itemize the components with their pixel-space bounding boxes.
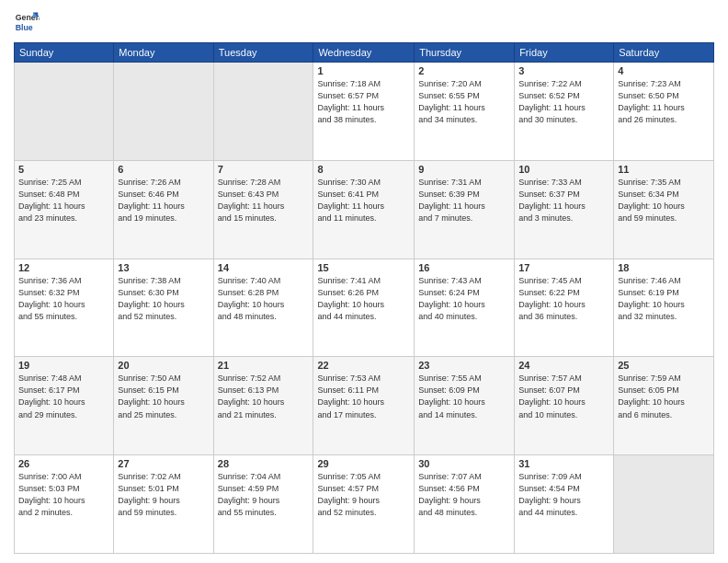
calendar-cell: 22Sunrise: 7:53 AM Sunset: 6:11 PM Dayli… bbox=[313, 357, 415, 455]
calendar-cell: 12Sunrise: 7:36 AM Sunset: 6:32 PM Dayli… bbox=[15, 259, 114, 357]
weekday-header-row: SundayMondayTuesdayWednesdayThursdayFrid… bbox=[15, 43, 714, 63]
weekday-header-wednesday: Wednesday bbox=[313, 43, 415, 63]
weekday-header-saturday: Saturday bbox=[614, 43, 714, 63]
calendar-table: SundayMondayTuesdayWednesdayThursdayFrid… bbox=[14, 42, 714, 554]
day-number: 24 bbox=[518, 360, 609, 371]
calendar-cell: 14Sunrise: 7:40 AM Sunset: 6:28 PM Dayli… bbox=[213, 259, 313, 357]
day-info: Sunrise: 7:09 AM Sunset: 4:54 PM Dayligh… bbox=[518, 471, 609, 519]
day-info: Sunrise: 7:59 AM Sunset: 6:05 PM Dayligh… bbox=[618, 373, 710, 420]
calendar-cell bbox=[213, 63, 313, 161]
day-number: 14 bbox=[218, 262, 310, 273]
day-info: Sunrise: 7:25 AM Sunset: 6:48 PM Dayligh… bbox=[18, 177, 109, 224]
day-number: 21 bbox=[218, 360, 310, 371]
calendar-cell bbox=[15, 63, 114, 161]
day-info: Sunrise: 7:20 AM Sunset: 6:55 PM Dayligh… bbox=[418, 78, 510, 126]
calendar-cell: 9Sunrise: 7:31 AM Sunset: 6:39 PM Daylig… bbox=[415, 160, 515, 259]
calendar-cell: 18Sunrise: 7:46 AM Sunset: 6:19 PM Dayli… bbox=[614, 259, 714, 357]
day-number: 10 bbox=[518, 164, 609, 175]
day-info: Sunrise: 7:02 AM Sunset: 5:01 PM Dayligh… bbox=[118, 471, 209, 519]
day-number: 16 bbox=[418, 262, 510, 273]
day-number: 28 bbox=[218, 458, 310, 469]
day-info: Sunrise: 7:36 AM Sunset: 6:32 PM Dayligh… bbox=[18, 275, 109, 323]
day-info: Sunrise: 7:50 AM Sunset: 6:15 PM Dayligh… bbox=[118, 373, 209, 420]
day-info: Sunrise: 7:45 AM Sunset: 6:22 PM Dayligh… bbox=[518, 275, 609, 323]
day-info: Sunrise: 7:41 AM Sunset: 6:26 PM Dayligh… bbox=[317, 275, 410, 323]
calendar-cell: 21Sunrise: 7:52 AM Sunset: 6:13 PM Dayli… bbox=[213, 357, 313, 455]
day-number: 1 bbox=[317, 65, 410, 76]
calendar-cell: 31Sunrise: 7:09 AM Sunset: 4:54 PM Dayli… bbox=[515, 455, 614, 554]
calendar-cell: 13Sunrise: 7:38 AM Sunset: 6:30 PM Dayli… bbox=[114, 259, 213, 357]
header: General Blue bbox=[14, 9, 714, 35]
day-number: 23 bbox=[418, 360, 510, 371]
calendar-cell: 29Sunrise: 7:05 AM Sunset: 4:57 PM Dayli… bbox=[313, 455, 415, 554]
day-number: 8 bbox=[317, 164, 410, 175]
calendar-cell: 5Sunrise: 7:25 AM Sunset: 6:48 PM Daylig… bbox=[15, 160, 114, 259]
day-info: Sunrise: 7:46 AM Sunset: 6:19 PM Dayligh… bbox=[618, 275, 710, 323]
day-number: 18 bbox=[618, 262, 710, 273]
calendar-cell: 8Sunrise: 7:30 AM Sunset: 6:41 PM Daylig… bbox=[313, 160, 415, 259]
day-info: Sunrise: 7:55 AM Sunset: 6:09 PM Dayligh… bbox=[418, 373, 510, 420]
day-info: Sunrise: 7:28 AM Sunset: 6:43 PM Dayligh… bbox=[218, 177, 310, 224]
day-info: Sunrise: 7:30 AM Sunset: 6:41 PM Dayligh… bbox=[317, 177, 410, 224]
day-info: Sunrise: 7:07 AM Sunset: 4:56 PM Dayligh… bbox=[418, 471, 510, 519]
day-number: 22 bbox=[317, 360, 410, 371]
calendar-cell: 16Sunrise: 7:43 AM Sunset: 6:24 PM Dayli… bbox=[415, 259, 515, 357]
day-number: 6 bbox=[118, 164, 209, 175]
logo: General Blue bbox=[14, 9, 43, 35]
day-number: 19 bbox=[18, 360, 109, 371]
weekday-header-tuesday: Tuesday bbox=[213, 43, 313, 63]
day-info: Sunrise: 7:43 AM Sunset: 6:24 PM Dayligh… bbox=[418, 275, 510, 323]
calendar-cell: 10Sunrise: 7:33 AM Sunset: 6:37 PM Dayli… bbox=[515, 160, 614, 259]
calendar-week-row: 5Sunrise: 7:25 AM Sunset: 6:48 PM Daylig… bbox=[15, 160, 714, 259]
calendar-week-row: 1Sunrise: 7:18 AM Sunset: 6:57 PM Daylig… bbox=[15, 63, 714, 161]
day-info: Sunrise: 7:57 AM Sunset: 6:07 PM Dayligh… bbox=[518, 373, 609, 420]
day-number: 5 bbox=[18, 164, 109, 175]
day-number: 9 bbox=[418, 164, 510, 175]
day-info: Sunrise: 7:38 AM Sunset: 6:30 PM Dayligh… bbox=[118, 275, 209, 323]
weekday-header-thursday: Thursday bbox=[415, 43, 515, 63]
calendar-cell: 6Sunrise: 7:26 AM Sunset: 6:46 PM Daylig… bbox=[114, 160, 213, 259]
calendar-cell: 20Sunrise: 7:50 AM Sunset: 6:15 PM Dayli… bbox=[114, 357, 213, 455]
calendar-cell: 17Sunrise: 7:45 AM Sunset: 6:22 PM Dayli… bbox=[515, 259, 614, 357]
day-info: Sunrise: 7:26 AM Sunset: 6:46 PM Dayligh… bbox=[118, 177, 209, 224]
day-number: 12 bbox=[18, 262, 109, 273]
calendar-cell bbox=[114, 63, 213, 161]
day-info: Sunrise: 7:35 AM Sunset: 6:34 PM Dayligh… bbox=[618, 177, 710, 224]
day-info: Sunrise: 7:18 AM Sunset: 6:57 PM Dayligh… bbox=[317, 78, 410, 126]
day-info: Sunrise: 7:40 AM Sunset: 6:28 PM Dayligh… bbox=[218, 275, 310, 323]
calendar-week-row: 12Sunrise: 7:36 AM Sunset: 6:32 PM Dayli… bbox=[15, 259, 714, 357]
calendar-cell: 2Sunrise: 7:20 AM Sunset: 6:55 PM Daylig… bbox=[415, 63, 515, 161]
calendar-cell: 11Sunrise: 7:35 AM Sunset: 6:34 PM Dayli… bbox=[614, 160, 714, 259]
weekday-header-monday: Monday bbox=[114, 43, 213, 63]
day-info: Sunrise: 7:23 AM Sunset: 6:50 PM Dayligh… bbox=[618, 78, 710, 126]
calendar-cell: 27Sunrise: 7:02 AM Sunset: 5:01 PM Dayli… bbox=[114, 455, 213, 554]
day-info: Sunrise: 7:05 AM Sunset: 4:57 PM Dayligh… bbox=[317, 471, 410, 519]
svg-text:Blue: Blue bbox=[16, 23, 33, 32]
day-info: Sunrise: 7:04 AM Sunset: 4:59 PM Dayligh… bbox=[218, 471, 310, 519]
day-number: 15 bbox=[317, 262, 410, 273]
calendar-cell: 28Sunrise: 7:04 AM Sunset: 4:59 PM Dayli… bbox=[213, 455, 313, 554]
calendar-cell: 25Sunrise: 7:59 AM Sunset: 6:05 PM Dayli… bbox=[614, 357, 714, 455]
logo-icon: General Blue bbox=[14, 9, 40, 35]
day-number: 11 bbox=[618, 164, 710, 175]
day-info: Sunrise: 7:00 AM Sunset: 5:03 PM Dayligh… bbox=[18, 471, 109, 519]
day-number: 4 bbox=[618, 65, 710, 76]
calendar-cell: 24Sunrise: 7:57 AM Sunset: 6:07 PM Dayli… bbox=[515, 357, 614, 455]
calendar-cell: 3Sunrise: 7:22 AM Sunset: 6:52 PM Daylig… bbox=[515, 63, 614, 161]
day-info: Sunrise: 7:53 AM Sunset: 6:11 PM Dayligh… bbox=[317, 373, 410, 420]
day-number: 17 bbox=[518, 262, 609, 273]
day-number: 2 bbox=[418, 65, 510, 76]
calendar-cell: 15Sunrise: 7:41 AM Sunset: 6:26 PM Dayli… bbox=[313, 259, 415, 357]
day-info: Sunrise: 7:33 AM Sunset: 6:37 PM Dayligh… bbox=[518, 177, 609, 224]
day-number: 7 bbox=[218, 164, 310, 175]
day-number: 25 bbox=[618, 360, 710, 371]
day-number: 31 bbox=[518, 458, 609, 469]
day-info: Sunrise: 7:52 AM Sunset: 6:13 PM Dayligh… bbox=[218, 373, 310, 420]
calendar-cell: 1Sunrise: 7:18 AM Sunset: 6:57 PM Daylig… bbox=[313, 63, 415, 161]
day-info: Sunrise: 7:22 AM Sunset: 6:52 PM Dayligh… bbox=[518, 78, 609, 126]
calendar-cell bbox=[614, 455, 714, 554]
calendar-cell: 4Sunrise: 7:23 AM Sunset: 6:50 PM Daylig… bbox=[614, 63, 714, 161]
calendar-cell: 23Sunrise: 7:55 AM Sunset: 6:09 PM Dayli… bbox=[415, 357, 515, 455]
calendar-cell: 19Sunrise: 7:48 AM Sunset: 6:17 PM Dayli… bbox=[15, 357, 114, 455]
calendar-cell: 7Sunrise: 7:28 AM Sunset: 6:43 PM Daylig… bbox=[213, 160, 313, 259]
